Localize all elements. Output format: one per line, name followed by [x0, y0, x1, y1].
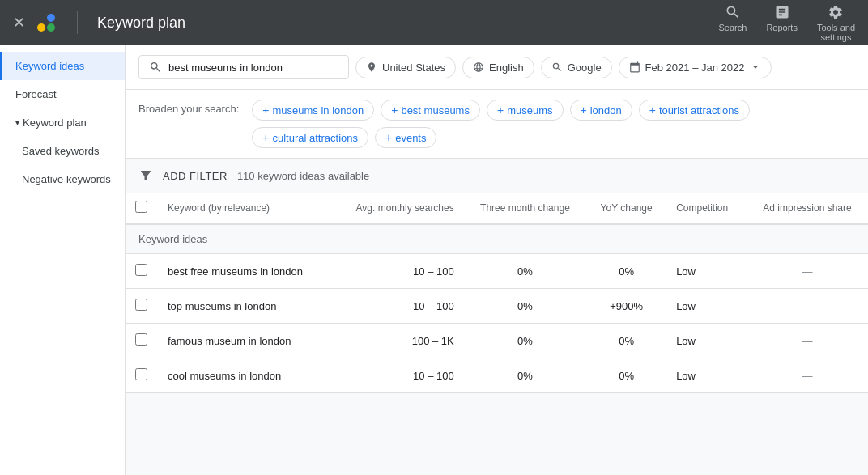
keyword-table-container: Keyword (by relevance) Avg. monthly sear…: [126, 193, 868, 393]
logo: [35, 11, 57, 34]
row-3-three-month: 0%: [464, 324, 586, 358]
broaden-label: Broaden your search:: [138, 100, 239, 115]
keyword-table: Keyword (by relevance) Avg. monthly sear…: [126, 193, 868, 393]
broaden-chip-4[interactable]: + tourist attractions: [639, 100, 750, 121]
row-3-keyword: famous museum in london: [158, 324, 332, 358]
language-filter-label: English: [489, 61, 524, 74]
broaden-chip-1[interactable]: + best museums: [381, 100, 480, 121]
row-3-avg-monthly: 100 – 1K: [332, 324, 464, 358]
search-box-icon: [149, 61, 162, 74]
reports-icon: [774, 4, 790, 20]
table-body: Keyword ideas best free museums in londo…: [126, 224, 868, 393]
language-icon: [473, 61, 484, 73]
broaden-chip-label-6: events: [395, 132, 426, 144]
sidebar-item-forecast[interactable]: Forecast: [0, 80, 125, 108]
content-area: United States English Google Feb 2021 – …: [126, 45, 868, 475]
row-4-keyword: cool museums in london: [158, 358, 332, 393]
sidebar-item-keyword-ideas[interactable]: Keyword ideas: [0, 52, 125, 80]
sidebar-item-keyword-plan[interactable]: ▾ Keyword plan: [0, 108, 125, 137]
plus-icon-2: +: [497, 104, 504, 117]
row-4-yoy: 0%: [586, 358, 666, 393]
ideas-count: 110 keyword ideas available: [237, 170, 369, 182]
sidebar-item-negative-keywords-label: Negative keywords: [22, 173, 111, 185]
reports-action-label: Reports: [766, 23, 798, 32]
sidebar-item-saved-keywords[interactable]: Saved keywords: [0, 137, 125, 165]
table-row: best free museums in london 10 – 100 0% …: [126, 254, 868, 289]
sidebar-item-saved-keywords-label: Saved keywords: [22, 145, 99, 157]
filter-row: ADD FILTER 110 keyword ideas available: [126, 159, 868, 193]
row-4-ad-impression: —: [747, 358, 868, 393]
search-icon: [725, 4, 741, 20]
add-filter-button[interactable]: ADD FILTER: [163, 170, 228, 182]
table-row: top museums in london 10 – 100 0% +900% …: [126, 289, 868, 324]
th-ad-impression: Ad impression share: [747, 193, 868, 224]
tools-action-label: Tools andsettings: [817, 23, 855, 42]
row-4-checkbox-cell: [126, 358, 158, 393]
search-action[interactable]: Search: [719, 4, 747, 42]
location-icon: [366, 61, 377, 73]
reports-action[interactable]: Reports: [766, 4, 798, 42]
row-1-ad-impression: —: [747, 254, 868, 289]
row-3-checkbox-cell: [126, 324, 158, 358]
broaden-search-area: Broaden your search: + museums in london…: [126, 90, 868, 159]
sidebar-item-keyword-ideas-label: Keyword ideas: [15, 60, 84, 72]
plus-icon-0: +: [262, 104, 269, 117]
broaden-chip-label-1: best museums: [401, 104, 470, 117]
location-filter-label: United States: [382, 61, 445, 74]
broaden-chip-5[interactable]: + cultural attractions: [252, 127, 368, 148]
th-three-month: Three month change: [464, 193, 586, 224]
row-1-keyword: best free museums in london: [158, 254, 332, 289]
row-3-checkbox[interactable]: [135, 333, 147, 346]
broaden-chip-6[interactable]: + events: [375, 127, 437, 148]
topbar: ✕ Keyword plan Search Reports Tools ands…: [0, 0, 868, 45]
date-filter[interactable]: Feb 2021 – Jan 2022: [619, 57, 772, 78]
sidebar-item-forecast-label: Forecast: [15, 88, 57, 100]
plus-icon-5: +: [262, 131, 269, 144]
broaden-chip-label-0: museums in london: [272, 104, 364, 117]
network-filter[interactable]: Google: [541, 57, 612, 78]
row-2-keyword: top museums in london: [158, 289, 332, 324]
th-avg-monthly: Avg. monthly searches: [332, 193, 464, 224]
row-1-checkbox-cell: [126, 254, 158, 289]
svg-point-0: [37, 23, 45, 32]
search-action-label: Search: [719, 23, 747, 32]
broaden-chip-label-5: cultural attractions: [272, 132, 358, 144]
topbar-actions: Search Reports Tools andsettings: [719, 4, 855, 42]
row-1-competition: Low: [666, 254, 747, 289]
keyword-section-header: Keyword ideas: [126, 224, 868, 254]
row-4-competition: Low: [666, 358, 747, 393]
row-1-three-month: 0%: [464, 254, 586, 289]
row-3-yoy: 0%: [586, 324, 666, 358]
broaden-chip-0[interactable]: + museums in london: [252, 100, 374, 121]
broaden-chip-3[interactable]: + london: [570, 100, 632, 121]
close-icon[interactable]: ✕: [13, 14, 25, 32]
select-all-checkbox[interactable]: [135, 201, 147, 213]
sidebar-item-negative-keywords[interactable]: Negative keywords: [0, 165, 125, 193]
row-2-competition: Low: [666, 289, 747, 324]
tools-icon: [828, 4, 844, 20]
arrow-icon: ▾: [15, 118, 19, 127]
language-filter[interactable]: English: [462, 57, 534, 78]
row-4-checkbox[interactable]: [135, 368, 147, 380]
row-2-three-month: 0%: [464, 289, 586, 324]
location-filter[interactable]: United States: [355, 57, 456, 78]
tools-action[interactable]: Tools andsettings: [817, 4, 855, 42]
th-keyword: Keyword (by relevance): [158, 193, 332, 224]
calendar-icon: [629, 61, 640, 73]
row-1-checkbox[interactable]: [135, 264, 147, 276]
search-input[interactable]: [168, 61, 330, 74]
row-4-avg-monthly: 10 – 100: [332, 358, 464, 393]
search-box[interactable]: [138, 55, 349, 79]
row-2-avg-monthly: 10 – 100: [332, 289, 464, 324]
date-filter-label: Feb 2021 – Jan 2022: [645, 61, 745, 74]
svg-point-2: [47, 23, 55, 32]
plus-icon-1: +: [391, 104, 398, 117]
plus-icon-6: +: [385, 131, 392, 144]
svg-point-1: [47, 14, 55, 22]
broaden-chip-2[interactable]: + museums: [487, 100, 564, 121]
broaden-chips: + museums in london + best museums + mus…: [252, 100, 855, 148]
row-2-checkbox[interactable]: [135, 299, 147, 311]
row-4-three-month: 0%: [464, 358, 586, 393]
main-layout: Keyword ideas Forecast ▾ Keyword plan Sa…: [0, 45, 868, 475]
network-icon: [551, 61, 563, 73]
